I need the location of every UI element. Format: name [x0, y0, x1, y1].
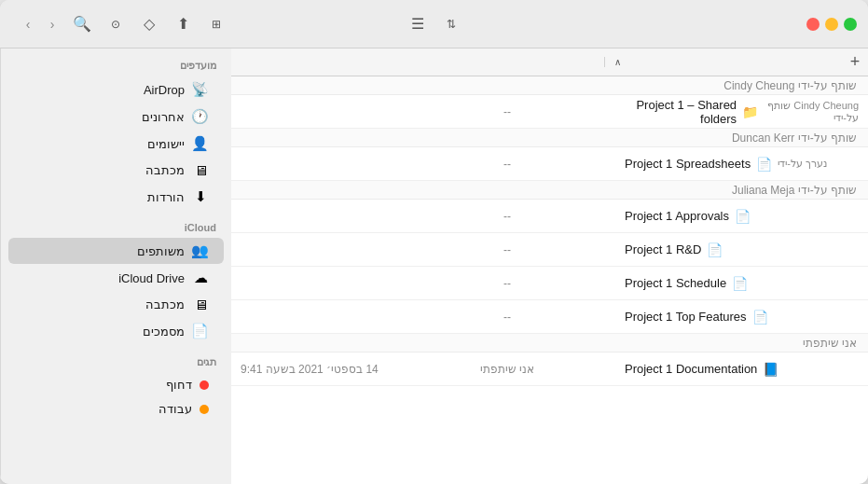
desktop-icon: 🖥	[192, 162, 209, 178]
forward-arrow[interactable]: ›	[41, 13, 63, 35]
file-meta: אני שיתפתי	[395, 363, 619, 376]
window-controls	[806, 18, 857, 31]
main-content: + ∧ שותף על-ידי Cindy Cheung Cindy Cheun…	[0, 48, 868, 484]
sidebar-item-desktop[interactable]: 🖥 מכתבה	[8, 158, 224, 183]
sidebar-item-tag-work[interactable]: עבודה	[8, 397, 224, 421]
icloud_drive-icon: ☁	[192, 270, 209, 286]
sidebar-item-label-shared: משותפים	[137, 244, 185, 258]
file-name-text: Project 1 – Shared folders	[625, 98, 737, 126]
urgent-dot	[200, 380, 209, 390]
col-header-shared: ∧	[604, 57, 842, 67]
file-name-text: Project 1 Documentation	[625, 362, 757, 376]
file-name: 📄 Project 1 Top Features	[625, 310, 859, 325]
sidebar-item-label-applications: יישומים	[147, 137, 185, 151]
sidebar-item-downloads[interactable]: ⬇ הורדות	[8, 184, 224, 210]
toolbar: 🔍 ⊙ ◇ ⬆ ⊞ ⇅ ☰ ‹ ›	[0, 0, 868, 48]
file-name: 📄 Project 1 Schedule	[625, 276, 859, 291]
sort-button[interactable]: ⇅	[438, 11, 464, 37]
file-name: Cindy Cheung שותף על-ידי 📁 Project 1 – S…	[625, 98, 859, 126]
group-header-me: אני שיתפתי	[231, 334, 868, 353]
airdrop-icon: 📡	[192, 81, 209, 98]
file-icon: 📄	[732, 276, 748, 291]
list-button[interactable]: ☰	[405, 11, 431, 37]
view-toggle-button[interactable]: ⊞	[203, 11, 229, 37]
maximize-button[interactable]	[844, 18, 857, 31]
sidebar-item-label-documents: מסמכים	[143, 325, 185, 339]
sidebar-section-tags: תגים	[1, 345, 231, 372]
sidebar-item-documents[interactable]: 📄 מסמכים	[8, 318, 224, 344]
sidebar-item-shared[interactable]: 👥 משותפים	[8, 238, 224, 264]
close-button[interactable]	[806, 18, 820, 31]
toolbar-center: ⇅ ☰	[405, 11, 464, 37]
file-name: נערך על-ידי 📄 Project 1 Spreadsheets	[625, 157, 859, 172]
sidebar-item-recents[interactable]: 🕐 אחרונים	[8, 104, 224, 130]
sidebar-item-label-recents: אחרונים	[142, 110, 185, 124]
group-header-juliana: שותף על-ידי Juliana Meja	[231, 181, 868, 200]
file-name: 📄 Project 1 R&D	[625, 242, 859, 257]
sidebar-section-favorites: מועדפים	[1, 48, 231, 76]
file-row[interactable]: 📄 Project 1 Approvals --	[231, 200, 868, 233]
file-name: 📄 Project 1 Approvals	[625, 209, 859, 224]
shared-icon: 👥	[192, 242, 209, 259]
sidebar-item-label-desktop2: מכתבה	[145, 297, 185, 311]
work-dot	[200, 405, 209, 414]
sidebar-item-icloud_drive[interactable]: ☁ iCloud Drive	[8, 265, 224, 291]
file-icon: 📄	[735, 209, 751, 224]
add-button[interactable]: +	[842, 49, 868, 76]
file-icon: 📄	[752, 310, 768, 325]
tag-button[interactable]: ◇	[136, 11, 162, 37]
file-icon: 📘	[763, 362, 778, 377]
sidebar: מועדפים 📡 AirDrop 🕐 אחרונים 👤 יישומים 🖥 …	[0, 48, 231, 484]
file-row[interactable]: 📘 Project 1 Documentation אני שיתפתי14 ב…	[231, 353, 868, 386]
sidebar-item-label-desktop: מכתבה	[145, 163, 185, 177]
finder-window: 🔍 ⊙ ◇ ⬆ ⊞ ⇅ ☰ ‹ › + ∧	[0, 0, 868, 484]
file-list: שותף על-ידי Cindy Cheung Cindy Cheung שו…	[231, 76, 868, 484]
file-area: + ∧ שותף על-ידי Cindy Cheung Cindy Cheun…	[231, 48, 868, 484]
file-row[interactable]: נערך על-ידי 📄 Project 1 Spreadsheets --	[231, 147, 868, 181]
file-icon: 📁	[742, 104, 758, 119]
sidebar-section-icloud: iCloud	[1, 211, 231, 237]
file-meta: --	[395, 105, 619, 118]
file-shared-person: Cindy Cheung שותף על-ידי	[764, 100, 859, 124]
file-name-text: Project 1 Top Features	[625, 310, 747, 324]
sidebar-item-applications[interactable]: 👤 יישומים	[8, 131, 224, 157]
file-name-text: Project 1 R&D	[625, 242, 701, 256]
sidebar-item-label-airdrop: AirDrop	[144, 83, 185, 97]
file-shared-person: נערך על-ידי	[778, 158, 827, 170]
file-row[interactable]: Cindy Cheung שותף על-ידי 📁 Project 1 – S…	[231, 95, 868, 129]
file-name-text: Project 1 Schedule	[625, 276, 726, 290]
sidebar-item-airdrop[interactable]: 📡 AirDrop	[8, 76, 224, 103]
file-row[interactable]: 📄 Project 1 Schedule --	[231, 267, 868, 300]
back-arrow[interactable]: ‹	[17, 13, 39, 35]
tag-label-work: עבודה	[158, 402, 192, 416]
documents-icon: 📄	[192, 323, 209, 339]
group-header-cindy: שותף על-ידי Cindy Cheung	[231, 76, 868, 95]
share-button[interactable]: ⬆	[170, 11, 196, 37]
file-date: 14 בספטי׳ 2021 בשעה 9:41	[241, 363, 390, 376]
file-icon: 📄	[707, 242, 723, 257]
file-meta: --	[395, 210, 619, 223]
sidebar-item-tag-urgent[interactable]: דחוף	[8, 373, 224, 396]
column-headers: + ∧	[231, 48, 868, 76]
group-header-duncan: שותף על-ידי Duncan Kerr	[231, 129, 868, 147]
applications-icon: 👤	[192, 135, 209, 152]
file-name-text: Project 1 Approvals	[625, 209, 729, 223]
search-button[interactable]: 🔍	[69, 11, 95, 37]
recents-icon: 🕐	[192, 108, 209, 125]
tag-label-urgent: דחוף	[166, 378, 192, 392]
filter-button[interactable]: ⊙	[103, 11, 129, 37]
file-meta: --	[395, 243, 619, 256]
nav-arrows: ‹ ›	[17, 13, 63, 35]
sidebar-item-label-icloud_drive: iCloud Drive	[118, 271, 185, 285]
desktop2-icon: 🖥	[192, 297, 209, 312]
file-icon: 📄	[756, 157, 772, 172]
file-meta: --	[395, 277, 619, 290]
file-row[interactable]: 📄 Project 1 R&D --	[231, 233, 868, 267]
minimize-button[interactable]	[825, 18, 838, 31]
toolbar-right: ‹ ›	[11, 13, 63, 35]
sidebar-item-desktop2[interactable]: 🖥 מכתבה	[8, 292, 224, 317]
file-name-text: Project 1 Spreadsheets	[625, 157, 751, 171]
sort-arrow-icon: ∧	[614, 57, 621, 67]
file-meta: --	[395, 311, 619, 324]
file-row[interactable]: 📄 Project 1 Top Features --	[231, 300, 868, 334]
